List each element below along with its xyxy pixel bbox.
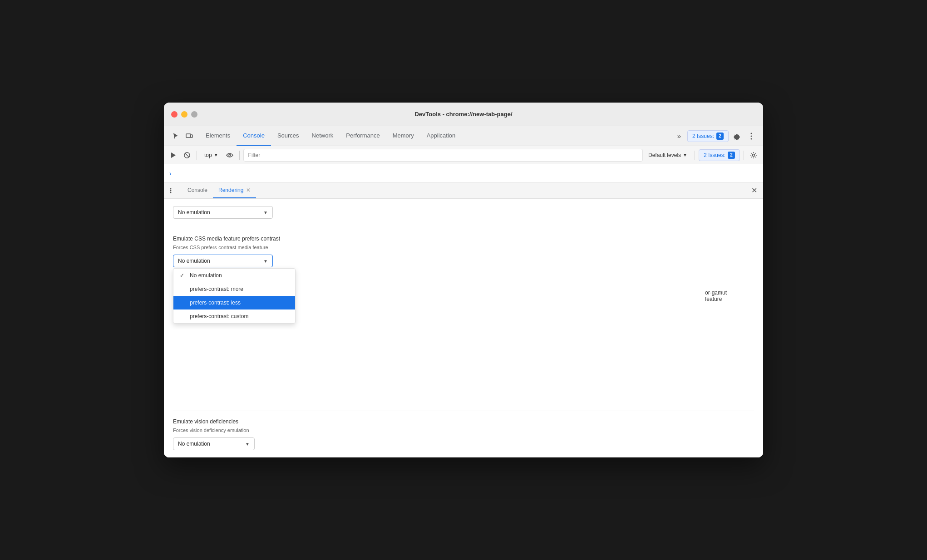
chevron-down-icon5: ▼ [245,442,250,447]
tabs-list: Elements Console Sources Network Perform… [199,126,669,146]
toolbar-issues-icon: 2 [728,152,735,159]
section1-dropdown[interactable]: No emulation ▼ [173,206,273,219]
rendering-panel: No emulation ▼ Emulate CSS media feature… [164,199,763,457]
svg-point-4 [751,138,752,139]
tab-bar-icons [166,126,199,146]
minimize-button[interactable] [181,111,187,118]
bottom-tab-console[interactable]: Console [182,182,213,198]
close-button[interactable] [171,111,178,118]
svg-line-7 [185,153,189,157]
section2-desc: Forces CSS prefers-contrast media featur… [173,245,754,250]
chevron-down-icon4: ▼ [263,259,268,264]
partial-text1: or-gamut [705,290,727,296]
tab-sources[interactable]: Sources [271,126,306,146]
more-tabs-button[interactable]: » [673,130,685,142]
section2-dropdown[interactable]: No emulation ▼ [173,255,273,267]
default-levels-button[interactable]: Default levels ▼ [645,151,691,160]
context-selector[interactable]: top ▼ [201,151,222,160]
section2-dropdown-container: No emulation ▼ ✓ No emulation prefers-co… [173,255,273,267]
bottom-menu-icon[interactable] [168,185,178,196]
svg-rect-0 [186,134,191,138]
chevron-down-icon: ▼ [214,152,218,157]
filter-input[interactable] [243,149,643,162]
svg-point-3 [751,135,752,137]
settings-icon2[interactable] [748,149,759,161]
dropdown-item-more[interactable]: prefers-contrast: more [173,282,295,296]
tab-network[interactable]: Network [306,126,340,146]
console-toolbar: top ▼ Default levels ▼ 2 Issues: 2 [164,146,763,164]
dropdown-item-less[interactable]: prefers-contrast: less [173,296,295,309]
toolbar-divider3 [695,151,695,160]
chevron-down-icon2: ▼ [683,152,687,157]
empty-check2 [180,300,186,306]
vision-dropdown[interactable]: No emulation ▼ [173,437,255,450]
dropdown-item-custom[interactable]: prefers-contrast: custom [173,309,295,323]
issues-icon: 2 [716,133,724,140]
cursor-icon[interactable] [169,130,182,142]
device-icon[interactable] [183,130,196,142]
more-options-icon[interactable] [745,130,758,142]
maximize-button[interactable] [191,111,197,118]
toolbar-issues-badge[interactable]: 2 Issues: 2 [699,149,740,161]
tab-elements[interactable]: Elements [199,126,237,146]
eye-icon[interactable] [224,149,236,161]
prompt-arrow-icon: › [169,170,172,177]
divider2 [173,411,754,411]
dropdown-item-no-emulation[interactable]: ✓ No emulation [173,269,295,282]
tab-console[interactable]: Console [237,126,271,146]
empty-check3 [180,313,186,319]
svg-point-10 [170,188,172,189]
empty-check [180,286,186,292]
traffic-lights [171,111,197,118]
toolbar-divider4 [744,151,744,160]
main-tab-bar: Elements Console Sources Network Perform… [164,126,763,146]
svg-point-2 [751,133,752,134]
svg-point-11 [170,190,172,191]
close-tab-icon[interactable]: ✕ [246,187,251,193]
divider1 [173,228,754,228]
console-prompt[interactable]: › [164,164,763,182]
tab-memory[interactable]: Memory [386,126,420,146]
close-panel-icon[interactable]: ✕ [749,185,759,196]
bottom-panel: Console Rendering ✕ ✕ No emulation ▼ Emu… [164,182,763,457]
svg-point-8 [229,154,231,156]
partial-text-container: or-gamut feature [705,290,727,302]
settings-icon[interactable] [730,130,743,142]
tab-bar-right: » 2 Issues: 2 [669,126,761,146]
window-title: DevTools - chrome://new-tab-page/ [414,111,512,118]
partial-text2: feature [705,296,727,302]
title-bar: DevTools - chrome://new-tab-page/ [164,103,763,126]
block-icon[interactable] [181,149,193,161]
chevron-down-icon3: ▼ [263,210,268,215]
bottom-tab-rendering[interactable]: Rendering ✕ [213,182,256,198]
toolbar-divider2 [239,151,240,160]
tab-application[interactable]: Application [420,126,462,146]
svg-point-12 [170,192,172,193]
vision-desc: Forces vision deficiency emulation [173,427,754,433]
dropdown-menu: ✓ No emulation prefers-contrast: more pr… [173,268,296,324]
vision-label: Emulate vision deficiencies [173,418,754,425]
tab-performance[interactable]: Performance [340,126,386,146]
bottom-tab-bar: Console Rendering ✕ ✕ [164,182,763,199]
svg-marker-5 [171,152,176,158]
svg-rect-1 [191,135,192,138]
section-2: Emulate CSS media feature prefers-contra… [173,236,754,267]
check-icon: ✓ [180,272,186,279]
issues-badge[interactable]: 2 Issues: 2 [687,130,729,142]
vision-section: Emulate vision deficiencies Forces visio… [173,418,754,450]
section-1: No emulation ▼ [173,206,754,219]
devtools-window: DevTools - chrome://new-tab-page/ Elemen… [164,103,763,457]
toolbar-divider [197,151,197,160]
svg-point-9 [753,154,755,156]
section2-label: Emulate CSS media feature prefers-contra… [173,236,754,242]
play-icon[interactable] [168,149,179,161]
